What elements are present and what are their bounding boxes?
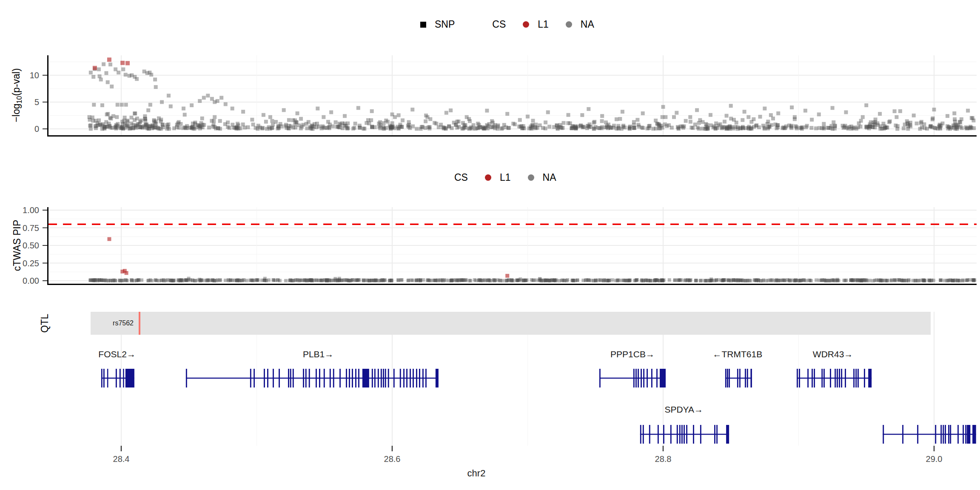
snp-point xyxy=(549,279,553,282)
snp-point xyxy=(790,105,794,109)
gene-exon xyxy=(107,369,108,387)
snp-point xyxy=(343,122,347,125)
snp-point xyxy=(476,122,480,125)
snp-point xyxy=(865,279,868,282)
snp-point xyxy=(918,127,922,131)
snp-point xyxy=(688,115,692,119)
snp-point xyxy=(125,271,128,275)
gene-exon xyxy=(883,425,884,444)
snp-point xyxy=(218,119,222,123)
gene-label: SPDYA→ xyxy=(664,405,703,414)
snp-point xyxy=(262,113,265,117)
gene-exon xyxy=(729,369,730,387)
snp-point xyxy=(410,108,414,111)
snp-point xyxy=(441,125,445,129)
snp-point xyxy=(217,126,220,130)
gene-exon xyxy=(839,369,840,387)
gridline-major xyxy=(934,312,934,446)
snp-point xyxy=(251,279,254,282)
snp-point xyxy=(154,279,157,282)
gene-exon xyxy=(726,425,729,444)
snp-point xyxy=(329,110,333,114)
snp-point xyxy=(644,279,648,282)
snp-point xyxy=(401,118,405,122)
y-axis-line xyxy=(47,207,48,285)
gene-exon xyxy=(125,369,134,387)
snp-point xyxy=(486,124,490,128)
gridline-h xyxy=(48,102,977,103)
snp-point xyxy=(287,118,291,122)
snp-point xyxy=(814,126,818,130)
gene-exon xyxy=(948,425,949,444)
snp-point xyxy=(285,126,289,130)
snp-point xyxy=(621,110,624,114)
gene-exon xyxy=(660,369,666,387)
gene-exon xyxy=(103,369,105,387)
snp-point xyxy=(860,278,864,282)
snp-point xyxy=(194,279,197,282)
snp-point xyxy=(628,279,631,282)
snp-point xyxy=(191,122,195,125)
snp-point xyxy=(592,279,595,282)
gene-exon xyxy=(355,369,356,387)
snp-point xyxy=(426,279,429,282)
snp-point xyxy=(946,279,949,282)
snp-point xyxy=(567,113,570,117)
snp-point xyxy=(859,119,863,122)
y-tick-mark xyxy=(43,102,47,103)
snp-point xyxy=(202,123,206,127)
snp-point xyxy=(343,278,347,282)
snp-point xyxy=(129,116,133,120)
gridline-h xyxy=(48,263,977,264)
snp-point xyxy=(374,279,378,282)
snp-point xyxy=(852,125,856,129)
snp-point xyxy=(505,279,509,282)
gene-label: PPP1CB→ xyxy=(610,349,655,359)
snp-point xyxy=(505,274,509,278)
gene-exon xyxy=(716,425,718,444)
snp-point xyxy=(808,279,812,282)
snp-point xyxy=(739,127,743,131)
snp-point xyxy=(390,125,393,129)
snp-point xyxy=(757,279,761,282)
gene-exon xyxy=(374,369,376,387)
snp-point xyxy=(97,67,101,71)
snp-point xyxy=(618,117,622,121)
snp-point xyxy=(179,278,183,282)
snp-point xyxy=(966,109,970,113)
snp-point xyxy=(531,279,535,282)
snp-point xyxy=(326,120,330,124)
snp-point xyxy=(424,120,427,123)
gene-exon xyxy=(700,425,701,444)
snp-point xyxy=(358,125,362,129)
snp-point xyxy=(282,108,286,112)
y-tick-label: 10 xyxy=(30,71,39,80)
gene-exon xyxy=(845,369,846,387)
gene-label: WDR43→ xyxy=(813,349,853,359)
snp-point xyxy=(310,123,314,127)
snp-point xyxy=(520,124,524,128)
plot-canvas: 05100.000.250.500.751.00FOSL2→PLB1→PPP1C… xyxy=(0,0,980,490)
snp-point xyxy=(450,278,453,282)
snp-point xyxy=(709,113,712,117)
gene-exon xyxy=(693,425,694,444)
gene-intron-line xyxy=(599,378,666,379)
x-tick-label: 28.6 xyxy=(384,454,401,464)
snp-point xyxy=(334,120,338,124)
gene-exon xyxy=(858,369,859,387)
gene-exon xyxy=(638,369,639,387)
gene-exon xyxy=(853,369,855,387)
snp-point xyxy=(422,278,425,282)
snp-point xyxy=(226,120,230,124)
snp-point xyxy=(745,279,749,282)
snp-point xyxy=(89,123,93,127)
snp-point xyxy=(592,121,596,125)
snp-point xyxy=(923,126,926,130)
snp-point xyxy=(902,126,906,130)
snp-point xyxy=(758,115,762,119)
snp-point xyxy=(609,125,613,129)
y-tick-mark xyxy=(43,263,47,264)
gridline-h xyxy=(48,236,977,237)
gene-exon xyxy=(965,425,966,444)
gene-exon xyxy=(288,369,289,387)
